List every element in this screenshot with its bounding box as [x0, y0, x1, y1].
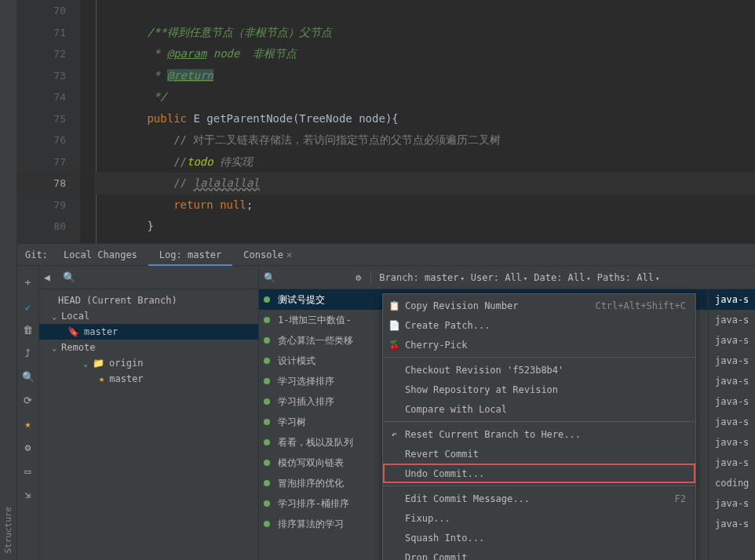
left-tool-sidebar: Structure [0, 0, 17, 560]
chevron-down-icon: ▾ [655, 275, 659, 282]
code-comment: // 对于二叉链表存储法，若访问指定节点的父节点必须遍历二叉树 [173, 133, 501, 146]
branch-origin[interactable]: ⌄📁origin [39, 355, 258, 371]
code-editor[interactable]: 70 71 72 73 74 75 76 77 78 79 80 81 /**得… [17, 0, 755, 243]
code-area[interactable]: /**得到任意节点（非根节点）父节点 * @param node 非根节点 * … [80, 0, 755, 243]
cherry-icon: 🍒 [388, 340, 400, 351]
graph-node-icon [264, 500, 270, 507]
commits-filter-bar: 🔍 ⚙ Branch: master▾ User: All▾ Date: All… [259, 266, 755, 289]
add-icon[interactable]: ＋ [20, 275, 36, 290]
graph-node-icon [264, 480, 270, 486]
line-number: 76 [17, 129, 80, 151]
graph-node-icon [264, 439, 270, 445]
menu-divider [383, 357, 695, 358]
menu-copy-revision[interactable]: 📋Copy Revision NumberCtrl+Alt+Shift+C [383, 296, 695, 315]
commit-package[interactable]: java-s [709, 432, 755, 453]
patch-icon: 📄 [388, 320, 400, 331]
gear-icon[interactable]: ⚙ [356, 272, 361, 283]
branches-toolbar: ◀ 🔍 [39, 266, 258, 289]
javadoc-return-tag: @return [167, 69, 213, 82]
tab-local-changes[interactable]: Local Changes [53, 244, 148, 266]
filter-date[interactable]: Date: All▾ [534, 272, 590, 283]
menu-edit-message[interactable]: Edit Commit Message...F2 [383, 489, 695, 508]
branch-head[interactable]: HEAD (Current Branch) [39, 293, 258, 308]
tag-icon: 🔖 [67, 326, 79, 337]
menu-drop-commit[interactable]: Drop Commit [383, 547, 695, 560]
expander-icon[interactable]: ⌄ [83, 359, 88, 368]
line-number: 73 [17, 65, 80, 87]
doc-comment: /**得到任意节点（非根节点）父节点 [147, 26, 331, 38]
branch-master[interactable]: 🔖master [39, 324, 258, 340]
tab-console[interactable]: Console× [232, 244, 303, 266]
vcs-toolbar: ＋ ↙ 🗑 ⤴ 🔍 ⟳ ★ ⚙ ▭ ⇲ [17, 266, 39, 560]
line-number: 81 [17, 238, 80, 244]
structure-tool-label[interactable]: Structure [3, 507, 13, 554]
commit-package[interactable]: java-s [709, 453, 755, 473]
commit-package[interactable]: java-s [709, 310, 755, 330]
shortcut-label: F2 [675, 493, 686, 504]
commit-search-input[interactable] [280, 271, 351, 283]
chevron-down-icon: ▾ [460, 275, 464, 282]
menu-show-repository[interactable]: Show Repository at Revision [383, 380, 695, 399]
javadoc-param-tag: @param [167, 47, 207, 60]
commit-package-column: java-s java-s java-s java-s java-s java-… [708, 289, 755, 560]
menu-squash[interactable]: Squash Into... [383, 528, 695, 547]
star-icon[interactable]: ★ [20, 416, 36, 431]
line-number: 79 [17, 195, 80, 216]
commit-package[interactable]: java-s [709, 351, 755, 371]
commit-package[interactable]: java-s [709, 412, 755, 432]
menu-compare-local[interactable]: Compare with Local [383, 399, 695, 419]
line-number: 71 [17, 22, 80, 44]
branch-local[interactable]: ⌄Local [39, 308, 258, 324]
line-number: 70 [17, 0, 80, 22]
commit-package[interactable]: coding [709, 473, 755, 493]
line-number: 80 [17, 216, 80, 238]
git-label: Git: [25, 249, 48, 260]
menu-undo-commit[interactable]: Undo Commit... [383, 464, 695, 483]
line-number: 72 [17, 43, 80, 65]
commit-package[interactable]: java-s [709, 289, 755, 310]
branches-tree[interactable]: HEAD (Current Branch) ⌄Local 🔖master ⌄Re… [39, 289, 258, 390]
commit-package[interactable]: java-s [709, 514, 755, 534]
gear-icon[interactable]: ⚙ [20, 439, 36, 455]
shortcut-label: Ctrl+Alt+Shift+C [595, 300, 686, 311]
todo-marker: todo [187, 155, 213, 168]
search-icon[interactable]: 🔍 [264, 272, 275, 283]
commit-context-menu: 📋Copy Revision NumberCtrl+Alt+Shift+C 📄C… [382, 293, 696, 560]
branch-remote[interactable]: ⌄Remote [39, 340, 258, 355]
filter-branch[interactable]: Branch: master▾ [379, 272, 465, 283]
filter-user[interactable]: User: All▾ [471, 272, 527, 283]
menu-checkout-revision[interactable]: Checkout Revision 'f523b8b4' [383, 360, 695, 380]
commit-package[interactable]: java-s [709, 493, 755, 514]
expander-icon[interactable]: ⌄ [52, 344, 57, 352]
menu-cherry-pick[interactable]: 🍒Cherry-Pick [383, 335, 695, 355]
commit-package[interactable]: java-s [709, 330, 755, 351]
filter-paths[interactable]: Paths: All▾ [597, 272, 660, 283]
expander-icon[interactable]: ⌄ [52, 312, 57, 321]
chevron-down-icon: ▾ [586, 275, 590, 282]
branch-origin-master[interactable]: ★master [39, 371, 258, 387]
reset-icon: ↶ [388, 429, 400, 440]
tab-log[interactable]: Log: master [148, 244, 232, 266]
expand-icon[interactable]: ⇲ [20, 486, 36, 502]
graph-node-icon [264, 521, 270, 527]
menu-fixup[interactable]: Fixup... [383, 508, 695, 528]
close-icon[interactable]: × [286, 249, 292, 260]
layout-icon[interactable]: ▭ [20, 463, 36, 478]
push-icon[interactable]: ⤴ [20, 345, 36, 361]
commit-package[interactable]: java-s [709, 391, 755, 412]
search-icon[interactable]: 🔍 [63, 271, 75, 283]
menu-create-patch[interactable]: 📄Create Patch... [383, 315, 695, 335]
search-icon[interactable]: 🔍 [20, 369, 36, 384]
branches-pane: ◀ 🔍 HEAD (Current Branch) ⌄Local 🔖master… [39, 266, 259, 560]
menu-reset-branch[interactable]: ↶Reset Current Branch to Here... [383, 424, 695, 444]
copy-icon: 📋 [388, 300, 400, 311]
line-number: 75 [17, 108, 80, 130]
refresh-icon[interactable]: ⟳ [20, 392, 36, 408]
menu-divider [383, 421, 695, 422]
checkout-icon[interactable]: ↙ [20, 298, 36, 314]
commit-package[interactable]: java-s [709, 371, 755, 391]
menu-revert-commit[interactable]: Revert Commit [383, 444, 695, 464]
back-icon[interactable]: ◀ [44, 271, 60, 283]
line-number: 74 [17, 86, 80, 108]
delete-icon[interactable]: 🗑 [20, 322, 36, 337]
